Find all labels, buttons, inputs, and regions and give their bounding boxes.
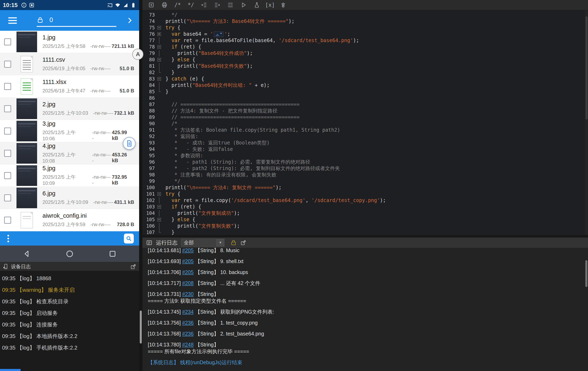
code-token: { xyxy=(189,57,195,63)
log-ref-link[interactable]: #236 xyxy=(182,331,194,337)
code-editor[interactable]: 73 */74printl("\n===== 方法3: Base64转文件 ==… xyxy=(142,10,588,235)
file-checkbox[interactable] xyxy=(4,150,11,157)
scroll-lock-icon[interactable] xyxy=(230,239,237,246)
file-checkbox[interactable] xyxy=(4,38,11,45)
fold-minus-icon[interactable]: − xyxy=(158,58,161,62)
home-button[interactable] xyxy=(65,250,74,258)
file-checkbox[interactable] xyxy=(4,172,11,179)
file-permissions: -rw-rw---- xyxy=(90,65,111,71)
run-icon[interactable] xyxy=(240,1,247,9)
fold-gutter xyxy=(156,12,163,18)
file-checkbox[interactable] xyxy=(4,61,11,68)
log-ref-link[interactable]: #205 xyxy=(182,269,194,275)
log-ref-link[interactable]: #248 xyxy=(182,342,194,348)
back-button[interactable] xyxy=(22,250,31,258)
file-row[interactable]: 1.jpg2025/12/5 上午9:58-rw-rw----721.11 kB xyxy=(0,31,139,53)
log-ref-link[interactable]: #205 xyxy=(182,258,194,264)
dropdown-arrow-icon[interactable]: ▼ xyxy=(216,239,224,246)
code-content: * 方法签名: Boolean file.copy(String path1, … xyxy=(163,127,340,133)
fold-minus-icon[interactable]: − xyxy=(158,26,161,30)
file-row[interactable]: 5.jpg2025/12/5 上午10:09-rw-rw----732.95 k… xyxy=(0,164,139,187)
code-token: ret = file.copy( xyxy=(180,197,231,203)
log-text: 2. test_base64.png xyxy=(220,331,264,337)
floating-document-button[interactable] xyxy=(123,137,136,150)
code-token: '/sdcard/test_copy.png' xyxy=(311,197,380,203)
code-line: 105− } else { xyxy=(142,217,588,223)
editor-toolbar: /**/[x] xyxy=(142,0,588,10)
file-checkbox[interactable] xyxy=(4,128,11,134)
log-ref-link[interactable]: #236 xyxy=(182,320,194,326)
comment-end-icon[interactable]: */ xyxy=(187,1,194,9)
recents-button[interactable] xyxy=(108,250,117,258)
log-ref-link[interactable]: #205 xyxy=(182,248,194,253)
run-log-scrollbar[interactable] xyxy=(585,260,587,287)
file-meta: 2025/12/5 上午10:09-rw-rw----732.95 kB xyxy=(42,174,138,186)
file-list: 1.jpg2025/12/5 上午9:58-rw-rw----721.11 kB… xyxy=(0,31,139,231)
menu-icon[interactable] xyxy=(8,17,17,24)
file-row[interactable]: 2.jpg2025/12/5 上午10:03-rw-rw----732.1 kB xyxy=(0,98,139,120)
file-thumbnail xyxy=(17,32,37,52)
log-ref-link[interactable]: #234 xyxy=(182,309,194,315)
more-options-icon[interactable] xyxy=(5,234,11,243)
log-filter-select[interactable]: 全部 ▼ xyxy=(181,239,224,247)
fold-gutter xyxy=(156,88,163,95)
file-checkbox[interactable] xyxy=(4,194,11,201)
delete-icon[interactable] xyxy=(280,1,287,9)
log-ref-link[interactable]: #230 xyxy=(182,291,194,297)
log-text-line2: ===== 所有file对象方法示例执行完毕 ===== xyxy=(148,348,582,355)
code-line: 104 printl("文件复制成功"); xyxy=(142,210,588,217)
file-row[interactable]: 4.jpg2025/12/5 上午10:08-rw-rw----453.26 k… xyxy=(0,142,139,164)
indent-icon[interactable] xyxy=(214,1,221,9)
code-token: (e) { xyxy=(186,76,204,82)
line-number: 90 xyxy=(142,120,156,127)
line-number: 83 xyxy=(142,76,156,82)
code-token: ret = file.base64ToFile(base64, xyxy=(180,38,279,43)
fold-minus-icon[interactable]: − xyxy=(158,77,161,81)
assistive-bubble-a[interactable]: A xyxy=(132,49,143,60)
code-token: } xyxy=(166,89,168,95)
fold-minus-icon[interactable]: − xyxy=(158,192,161,196)
search-button[interactable] xyxy=(124,234,134,243)
line-number: 87 xyxy=(142,101,156,108)
print-icon[interactable] xyxy=(161,1,168,9)
run-log-entry: [10:14:13.768] #236 【String】 2. test_bas… xyxy=(148,331,582,337)
fold-minus-icon[interactable]: − xyxy=(158,218,161,221)
format-icon[interactable] xyxy=(227,1,234,9)
editor-scrollbar-thumb[interactable] xyxy=(586,16,588,120)
outdent-icon[interactable] xyxy=(200,1,208,9)
chevron-right-icon[interactable] xyxy=(126,16,134,24)
expand-device-log-icon[interactable] xyxy=(130,264,136,270)
code-token: * - path2 (String): 必需, 复制到目标文件的绝对路径或者文件… xyxy=(166,165,340,171)
expand-run-log-icon[interactable] xyxy=(241,240,246,246)
code-token: * 注意事项: 有的目录没有权限, 会复制失败 xyxy=(166,172,276,178)
code-token: } xyxy=(166,76,171,82)
file-checkbox[interactable] xyxy=(4,217,11,224)
brackets-icon[interactable]: [x] xyxy=(266,1,273,9)
editor-scrollbar-track[interactable] xyxy=(585,10,588,235)
fold-minus-icon[interactable]: − xyxy=(158,45,161,49)
new-file-icon[interactable] xyxy=(148,1,155,9)
file-row[interactable]: 6.jpg2025/12/5 上午10:09-rw-rw----431.1 kB xyxy=(0,187,139,209)
fold-plus-icon[interactable]: + xyxy=(158,33,161,36)
code-content: } xyxy=(163,229,174,235)
code-line: 76+ var base64 = ''; xyxy=(142,31,588,37)
comment-start-icon[interactable]: /* xyxy=(174,1,181,9)
file-row[interactable]: aiwrok_config.ini2025/12/3 上午9:59-rw-rw-… xyxy=(0,209,139,231)
run-log-entry: [10:14:13.693] #205 【String】 9. shell.tx… xyxy=(148,258,582,264)
file-checkbox[interactable] xyxy=(4,83,11,90)
fold-gutter xyxy=(156,114,163,120)
file-meta: 2025/12/5 上午9:58-rw-rw----721.11 kB xyxy=(42,43,138,50)
status-left-icons xyxy=(21,2,35,8)
file-checkbox[interactable] xyxy=(4,105,11,112)
battery-icon xyxy=(130,2,136,8)
editor-runlog-divider[interactable] xyxy=(142,235,588,238)
fold-minus-icon[interactable]: − xyxy=(158,205,161,209)
file-row[interactable]: 1111.xlsx2025/6/18 上午9:47-rw-rw----51.0 … xyxy=(0,75,139,98)
file-row[interactable]: 1111.csv2025/6/19 上午8:05-rw-rw----51.0 B xyxy=(0,53,139,75)
log-ref-link[interactable]: #208 xyxy=(182,280,194,286)
file-row[interactable]: 3.jpg2025/12/5 上午10:06-rw-rw----425.99 k… xyxy=(0,120,139,142)
path-field[interactable]: 0 xyxy=(37,14,116,27)
file-thumbnail xyxy=(17,143,37,164)
test-icon[interactable] xyxy=(253,1,260,9)
device-log-scrollbar[interactable] xyxy=(140,311,142,344)
